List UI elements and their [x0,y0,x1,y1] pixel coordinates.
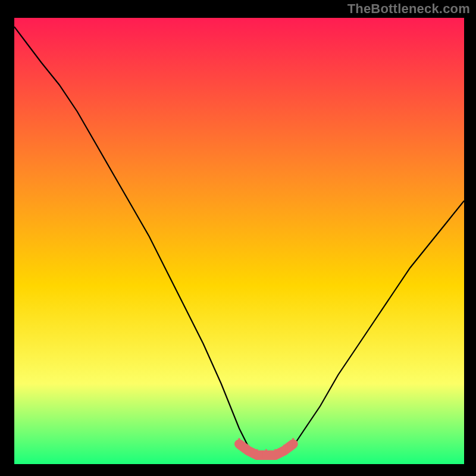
watermark-label: TheBottleneck.com [347,1,470,17]
chart-background [14,18,464,464]
bottleneck-chart [0,0,476,476]
